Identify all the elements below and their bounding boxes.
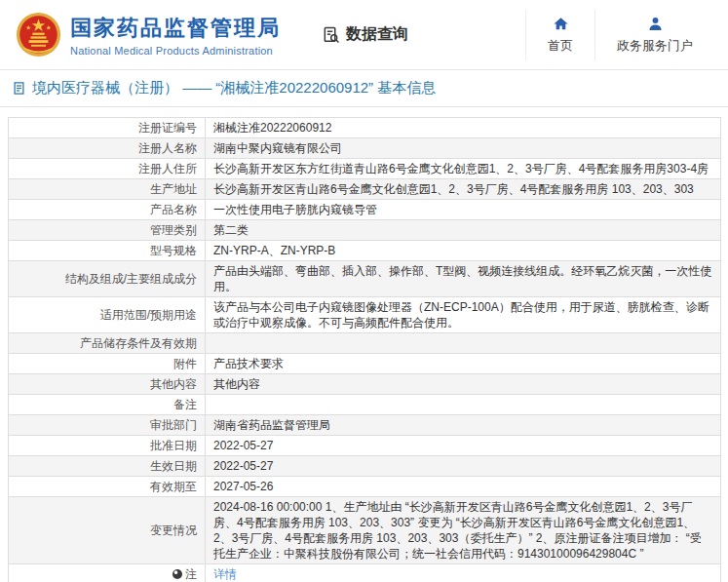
document-icon (12, 81, 26, 96)
info-table-body: 注册证编号湘械注准20222060912注册人名称湖南中聚内窥镜有限公司注册人住… (9, 118, 721, 582)
table-row: 附件产品技术要求 (9, 354, 721, 374)
table-row: 变更情况2024-08-16 00:00:00 1、生产地址由 “长沙高新开发区… (9, 497, 721, 564)
table-row: 有效期至2027-05-26 (9, 477, 721, 497)
table-row: 注册证编号湘械注准20222060912 (9, 118, 721, 138)
registration-info-section: 注册证编号湘械注准20222060912注册人名称湖南中聚内窥镜有限公司注册人住… (0, 107, 728, 582)
row-value: 长沙高新开发区青山路6号金鹰文化创意园1、2、3号厂房、4号配套服务用房 103… (206, 179, 721, 200)
row-value: 湖南中聚内窥镜有限公司 (206, 138, 721, 159)
row-label: 型号规格 (9, 241, 206, 261)
home-icon (553, 16, 569, 32)
row-label: 适用范围/预期用途 (9, 297, 206, 333)
nav-item-label: 政务服务门户 (617, 37, 693, 55)
table-row: 产品储存条件及有效期 (9, 333, 721, 354)
row-value: 2022-05-27 (206, 456, 721, 477)
nav-item-label: 首页 (548, 37, 573, 55)
row-value (206, 395, 721, 415)
row-label: 注册人住所 (9, 159, 206, 179)
top-nav: 首页 政务服务门户 (525, 10, 714, 60)
table-row: 型号规格ZN-YRP-A、ZN-YRP-B (9, 241, 721, 261)
row-label: 批准日期 (9, 436, 206, 456)
table-row: 备注 (9, 395, 721, 415)
row-label: 结构及组成/主要组成成分 (9, 261, 206, 297)
row-label: 其他内容 (9, 374, 206, 395)
row-value: 产品技术要求 (206, 354, 721, 374)
nav-item-home[interactable]: 首页 (525, 10, 594, 60)
logo-group: 国家药品监督管理局 National Medical Products Admi… (16, 12, 281, 58)
table-row: 其他内容其他内容 (9, 374, 721, 395)
table-row: 批准日期2022-05-27 (9, 436, 721, 456)
row-label: 有效期至 (9, 477, 206, 497)
brand-titles: 国家药品监督管理局 National Medical Products Admi… (70, 14, 281, 57)
row-label: 产品储存条件及有效期 (9, 333, 206, 354)
row-label: 附件 (9, 354, 206, 374)
row-value: 一次性使用电子膀胱内窥镜导管 (206, 200, 721, 220)
table-row: 注册人住所长沙高新开发区东方红街道青山路6号金鹰文化创意园1、2、3号厂房、4号… (9, 159, 721, 179)
data-query-label: 数据查询 (346, 24, 408, 45)
national-emblem-icon (16, 12, 61, 58)
table-row: 生产地址长沙高新开发区青山路6号金鹰文化创意园1、2、3号厂房、4号配套服务用房… (9, 179, 721, 200)
row-value: 湘械注准20222060912 (206, 118, 721, 138)
row-value: 2024-08-16 00:00:00 1、生产地址由 “长沙高新开发区青山路6… (206, 497, 721, 564)
row-value: 2027-05-26 (206, 477, 721, 497)
note-icon (172, 569, 182, 579)
data-query-button[interactable]: 数据查询 (322, 24, 408, 45)
site-subtitle: National Medical Products Administration (70, 45, 281, 57)
row-label: 变更情况 (9, 497, 206, 564)
row-label: 产品名称 (9, 200, 206, 220)
row-label: 管理类别 (9, 220, 206, 241)
row-label: 审批部门 (9, 415, 206, 436)
row-label: 注册证编号 (9, 118, 206, 138)
row-label: 生效日期 (9, 456, 206, 477)
row-value: 其他内容 (206, 374, 721, 395)
row-value (206, 333, 721, 354)
row-value: 第二类 (206, 220, 721, 241)
table-row: 注详情 (9, 564, 721, 582)
row-value: 湖南省药品监督管理局 (206, 415, 721, 436)
table-row: 审批部门湖南省药品监督管理局 (9, 415, 721, 436)
table-row: 生效日期2022-05-27 (9, 456, 721, 477)
table-row: 产品名称一次性使用电子膀胱内窥镜导管 (9, 200, 721, 220)
table-row: 管理类别第二类 (9, 220, 721, 241)
detail-link[interactable]: 详情 (213, 567, 237, 581)
table-row: 适用范围/预期用途该产品与本公司电子内窥镜图像处理器（ZN-ECP-100A）配… (9, 297, 721, 333)
row-label: 备注 (9, 395, 206, 415)
table-row: 结构及组成/主要组成成分产品由头端部、弯曲部、插入部、操作部、T型阀、视频连接线… (9, 261, 721, 297)
breadcrumb-text: 境内医疗器械（注册） —— “湘械注准20222060912” 基本信息 (32, 79, 436, 97)
row-label: 注册人名称 (9, 138, 206, 159)
row-label: 生产地址 (9, 179, 206, 200)
row-value: 详情 (206, 564, 721, 582)
row-value: 长沙高新开发区东方红街道青山路6号金鹰文化创意园1、2、3号厂房、4号配套服务用… (206, 159, 721, 179)
site-title: 国家药品监督管理局 (70, 14, 281, 43)
row-label: 注 (9, 564, 206, 582)
registration-info-table: 注册证编号湘械注准20222060912注册人名称湖南中聚内窥镜有限公司注册人住… (8, 117, 721, 582)
header: 国家药品监督管理局 National Medical Products Admi… (0, 0, 728, 70)
row-value: ZN-YRP-A、ZN-YRP-B (206, 241, 721, 261)
table-row: 注册人名称湖南中聚内窥镜有限公司 (9, 138, 721, 159)
row-value: 产品由头端部、弯曲部、插入部、操作部、T型阀、视频连接线组成。经环氧乙烷灭菌，一… (206, 261, 721, 297)
document-search-icon (322, 25, 341, 45)
user-icon (647, 16, 664, 32)
row-value: 该产品与本公司电子内窥镜图像处理器（ZN-ECP-100A）配合使用，用于尿道、… (206, 297, 721, 333)
nav-item-gov-portal[interactable]: 政务服务门户 (594, 10, 714, 60)
row-value: 2022-05-27 (206, 436, 721, 456)
breadcrumb: 境内医疗器械（注册） —— “湘械注准20222060912” 基本信息 (0, 70, 728, 107)
